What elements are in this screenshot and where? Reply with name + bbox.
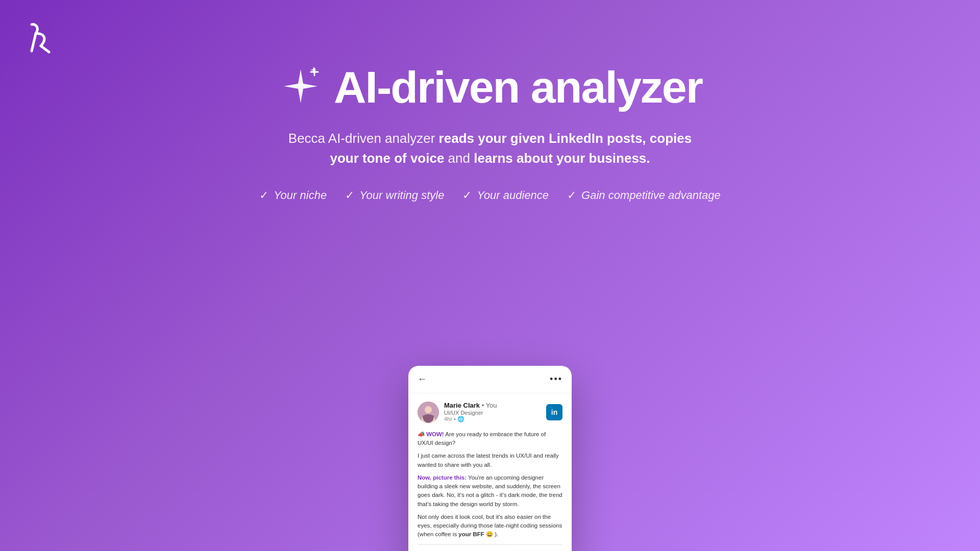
phone-header: ← ••• (408, 366, 572, 393)
feature-writing-style: ✓ Your writing style (345, 189, 444, 202)
feature-niche: ✓ Your niche (259, 189, 327, 202)
post-bff: your BFF (458, 531, 484, 537)
author-name: Marie Clark • You (444, 402, 497, 409)
phone-content: Marie Clark • You UI/UX Designer 4hr • 🌐… (408, 393, 572, 551)
phone-mockup: ← ••• (408, 366, 572, 551)
avatar-image (418, 402, 439, 423)
sparkle-icon (278, 64, 324, 110)
hero-title-container: AI-driven analyzer (278, 61, 702, 113)
feature-competitive-label: Gain competitive advantage (581, 189, 721, 202)
hero-subtitle: Becca AI-driven analyzer reads your give… (281, 129, 699, 168)
post-wow: WOW! (426, 431, 444, 437)
svg-point-3 (425, 406, 432, 413)
post-emoji-1: 📣 (418, 431, 425, 437)
feature-audience-label: Your audience (477, 189, 549, 202)
hero-heading: AI-driven analyzer (334, 61, 702, 113)
post-divider (418, 544, 562, 545)
logo (26, 20, 56, 62)
post-paragraph-1: 📣 WOW! Are you ready to embrace the futu… (418, 430, 562, 448)
feature-writing-label: Your writing style (359, 189, 444, 202)
linkedin-icon: in (546, 404, 562, 420)
phone-mockup-container: ← ••• (408, 366, 572, 551)
post-author: Marie Clark • You UI/UX Designer 4hr • 🌐 (418, 402, 497, 423)
check-icon-niche: ✓ (259, 189, 268, 202)
feature-audience: ✓ Your audience (462, 189, 549, 202)
post-paragraph-2: I just came across the latest trends in … (418, 452, 562, 469)
check-icon-audience: ✓ (462, 189, 472, 202)
post-time: 4hr • 🌐 (444, 416, 497, 422)
feature-competitive: ✓ Gain competitive advantage (567, 189, 721, 202)
check-icon-competitive: ✓ (567, 189, 576, 202)
you-badge: • You (482, 402, 497, 409)
avatar (418, 402, 439, 423)
phone-menu-dots[interactable]: ••• (550, 374, 562, 385)
post-text: 📣 WOW! Are you ready to embrace the futu… (418, 430, 562, 551)
phone-back-button[interactable]: ← (418, 374, 427, 385)
features-list: ✓ Your niche ✓ Your writing style ✓ Your… (259, 189, 721, 202)
globe-icon: 🌐 (457, 416, 464, 422)
post-paragraph-4: Not only does it look cool, but it's als… (418, 513, 562, 539)
feature-niche-label: Your niche (274, 189, 327, 202)
post-header: Marie Clark • You UI/UX Designer 4hr • 🌐… (418, 402, 562, 423)
logo-icon (26, 20, 56, 56)
author-title: UI/UX Designer (444, 410, 497, 416)
hero-section: AI-driven analyzer Becca AI-driven analy… (0, 0, 980, 228)
post-paragraph-3: Now, picture this: You're an upcoming de… (418, 473, 562, 509)
post-highlight: Now, picture this: (418, 474, 467, 481)
check-icon-writing: ✓ (345, 189, 354, 202)
author-info: Marie Clark • You UI/UX Designer 4hr • 🌐 (444, 402, 497, 422)
